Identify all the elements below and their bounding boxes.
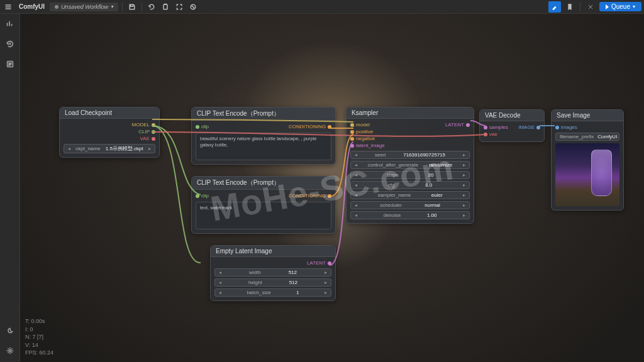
menu-icon[interactable] [3,1,14,13]
toolbar-left: ComfyUI Unsaved Workflow ▾ [3,1,199,13]
close-icon[interactable] [584,1,597,13]
toolbar-right: Queue ▾ [548,1,641,13]
port-image-out[interactable] [536,126,540,129]
node-title: CLIP Text Encode（Prompt） [192,177,335,190]
theme-icon[interactable] [3,323,18,338]
separator [142,3,142,11]
cancel-icon[interactable] [187,1,199,13]
port-model-out[interactable] [152,123,155,127]
node-ksampler[interactable]: Ksampler model LATENT positive negative … [346,107,474,224]
port-vae-in[interactable] [484,133,487,136]
node-title: CLIP Text Encode（Prompt） [192,107,335,121]
port-conditioning-out[interactable] [328,125,331,129]
status-nodes: N: 7 [7] [25,333,53,341]
node-title: Empty Latent Image [211,246,335,257]
port-latent-out[interactable] [466,123,470,127]
node-clip-text-encode-negative[interactable]: CLIP Text Encode（Prompt） clip CONDITIONI… [191,176,336,234]
widget-scheduler[interactable]: ◂schedulernormal▸ [350,201,470,209]
bookmark-icon[interactable] [564,1,576,13]
paint-icon[interactable] [548,1,561,13]
node-vae-decode[interactable]: VAE Decode samples IMAGE vae [479,109,545,142]
queue-button[interactable]: Queue ▾ [599,2,641,11]
brand-label: ComfyUI [16,3,47,10]
widget-control-after-generate[interactable]: ◂control_after_generaterandomize▸ [350,161,470,169]
tab-label: Unsaved Workflow [61,4,108,10]
clipboard-icon[interactable] [160,1,171,13]
port-samples-in[interactable] [484,126,487,129]
port-clip-in[interactable] [196,125,199,129]
chevron-down-icon[interactable]: ▾ [633,4,635,9]
port-latent-in[interactable] [350,144,354,148]
workflow-tab[interactable]: Unsaved Workflow ▾ [50,3,118,11]
expand-icon[interactable] [174,1,185,13]
chevron-right-icon[interactable]: ▸ [148,146,151,151]
widget-seed[interactable]: ◂seed716391690725715▸ [350,151,470,159]
settings-icon[interactable] [3,343,18,358]
save-icon[interactable] [126,1,138,13]
node-title: Load Checkpoint [60,107,159,119]
widget-width[interactable]: ◂width512▸ [214,268,331,277]
chevron-down-icon[interactable]: ▾ [111,4,113,9]
port-model-in[interactable] [350,123,354,127]
node-title: Ksampler [347,107,474,119]
node-title: Save Image [552,110,623,121]
play-icon [606,4,609,9]
port-conditioning-out[interactable] [328,194,331,198]
widget-steps[interactable]: ◂steps20▸ [350,171,470,179]
widget-cfg[interactable]: ◂cfg8.0▸ [350,181,470,189]
chevron-left-icon[interactable]: ◂ [68,146,70,151]
port-images-in[interactable] [555,126,559,129]
chart-icon[interactable] [3,16,18,31]
widget-batch-size[interactable]: ◂batch_size1▸ [214,288,331,297]
port-vae-out[interactable] [152,137,155,141]
port-negative-in[interactable] [350,137,354,141]
widget-sampler-name[interactable]: ◂sampler_nameeuler▸ [350,191,470,199]
separator [580,3,580,11]
status-fps: FPS: 60.24 [25,349,53,357]
left-sidebar [0,14,20,362]
widget-filename-prefix[interactable]: filename_prefix ComfyUI [555,133,619,141]
output-thumbnail[interactable] [555,143,619,206]
status-overlay: T: 0.00s I: 0 N: 7 [7] V: 14 FPS: 60.24 [25,317,53,357]
port-positive-in[interactable] [350,130,354,134]
list-icon[interactable] [3,57,18,72]
status-iterations: I: 0 [25,326,53,334]
prompt-text-input[interactable]: text, watermark [196,202,331,229]
status-time: T: 0.00s [25,317,53,326]
tab-unsaved-indicator [55,5,58,9]
history-icon[interactable] [3,36,18,52]
node-clip-text-encode-positive[interactable]: CLIP Text Encode（Prompt） clip CONDITIONI… [191,107,336,165]
widget-height[interactable]: ◂height512▸ [214,278,331,287]
svg-rect-0 [164,4,167,9]
port-clip-out[interactable] [152,130,155,134]
svg-point-3 [9,349,11,352]
separator [122,3,123,11]
refresh-icon[interactable] [146,1,157,13]
node-save-image[interactable]: Save Image images filename_prefix ComfyU… [551,109,624,211]
prompt-text-input[interactable]: beautiful scenery nature glass bottle la… [196,133,331,160]
status-version: V: 14 [25,341,53,349]
top-toolbar: ComfyUI Unsaved Workflow ▾ Queue ▾ [0,0,644,14]
port-latent-out[interactable] [328,261,331,265]
widget-ckpt-name[interactable]: ◂ ckpt_name 1.5示例模型.ckpt ▸ [64,144,155,153]
graph-canvas[interactable]: Load Checkpoint MODEL CLIP VAE ◂ ckpt_na… [20,14,644,362]
queue-label: Queue [611,3,630,10]
node-empty-latent-image[interactable]: Empty Latent Image LATENT ◂width512▸ ◂he… [210,245,336,301]
widget-denoise[interactable]: ◂denoise1.00▸ [350,211,470,219]
node-title: VAE Decode [480,110,544,121]
port-clip-in[interactable] [196,194,199,198]
node-load-checkpoint[interactable]: Load Checkpoint MODEL CLIP VAE ◂ ckpt_na… [59,107,160,158]
